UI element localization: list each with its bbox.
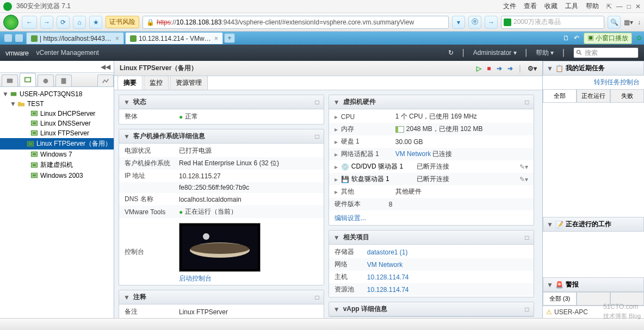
menu-tool[interactable]: 工具 [565, 2, 578, 11]
alarm-item[interactable]: USER-APC [554, 308, 588, 316]
sidebar-tab-4[interactable] [55, 74, 72, 86]
floppy-icon: 💾 [341, 176, 349, 183]
goto-task-console-link[interactable]: 转到任务控制台 [543, 76, 644, 89]
sidebar-tab-2[interactable] [20, 73, 36, 86]
alarm-tab-all[interactable]: 全部 (3) [543, 292, 577, 305]
tab-summary[interactable]: 摘要 [117, 76, 143, 90]
home-button[interactable]: ⌂ [73, 16, 86, 29]
stop-icon[interactable]: ■ [487, 65, 491, 72]
svg-rect-8 [33, 112, 36, 114]
svg-rect-20 [33, 174, 36, 176]
tab-resource[interactable]: 资源管理 [170, 76, 208, 90]
menu-help[interactable]: 帮助 [586, 2, 599, 11]
window-max-icon[interactable]: □ [627, 3, 631, 10]
menu-file[interactable]: 文件 [503, 2, 516, 11]
ext-icon[interactable]: ↓ [637, 18, 641, 26]
panel-hw-title: 虚拟机硬件 [343, 97, 376, 107]
panel-box-icon[interactable]: □ [525, 306, 529, 313]
tab-close-icon[interactable]: × [115, 35, 119, 42]
tab-restore-icon[interactable]: 🗋 [563, 34, 569, 42]
pin-icon[interactable]: ◀◀ [101, 63, 110, 71]
window-close-icon[interactable]: ✕ [635, 3, 641, 10]
launch-console-link[interactable]: 启动控制台 [179, 274, 261, 283]
hw-row: 硬件版本8 [329, 198, 534, 210]
tree-node[interactable]: Windows 2003 [0, 171, 114, 180]
hw-row: ▸💾软盘驱动器 1已断开连接✎▾ [329, 173, 534, 185]
menu-view[interactable]: 查看 [524, 2, 537, 11]
tab-close-icon[interactable]: × [214, 35, 218, 42]
header-search-input[interactable]: 搜索 [573, 47, 639, 58]
svg-rect-12 [33, 132, 36, 134]
tree-node[interactable]: ▼TEST [0, 99, 114, 109]
window-pin-icon[interactable]: ⇱ [606, 3, 612, 10]
compat-button[interactable]: ⓔ [468, 16, 481, 29]
user-menu[interactable]: Administrator ▾ [473, 49, 517, 57]
new-tab-button[interactable]: + [224, 33, 235, 43]
back-button[interactable]: ← [22, 16, 37, 29]
addr-dropdown-button[interactable]: ▾ [452, 16, 465, 29]
panel-box-icon[interactable]: □ [315, 294, 319, 301]
panel-status-title: 状态 [133, 97, 146, 107]
tree-node[interactable]: Linux DNSServer [0, 119, 114, 128]
svg-point-4 [44, 78, 48, 83]
tree-node[interactable]: Windows 7 [0, 150, 114, 159]
browser-360-icon[interactable] [3, 15, 18, 30]
sidebar-tab-5[interactable] [97, 74, 114, 86]
action1-icon[interactable]: ➜ [497, 65, 502, 72]
grid-icon[interactable]: ▦▾ [624, 18, 633, 26]
help-menu[interactable]: 帮助 ▾ [536, 48, 554, 58]
tree-node[interactable]: Linux DHCPServer [0, 109, 114, 119]
action2-icon[interactable]: ➜ [507, 65, 513, 72]
search-engine-icon [504, 18, 511, 26]
hw-row: ▸硬盘 130.00 GB [329, 135, 534, 148]
tab-menu-icon[interactable] [4, 34, 12, 42]
mini-window-badge[interactable]: ▣ 小窗口播放 [584, 33, 632, 44]
cert-warning[interactable]: 证书风险 [106, 16, 139, 28]
panel-box-icon[interactable]: □ [315, 133, 319, 140]
search-input[interactable]: 2000万液态毒品 [501, 16, 604, 29]
panel-box-icon[interactable]: □ [315, 98, 319, 106]
forward-button[interactable]: → [40, 16, 53, 29]
vmware-logo: vmware [5, 49, 29, 57]
browser-tab-1[interactable]: | https://localhost:9443/admi × [26, 32, 124, 44]
reload-button[interactable]: ⟳ [57, 16, 70, 29]
console-thumbnail[interactable] [179, 223, 261, 272]
menu-fav[interactable]: 收藏 [544, 2, 558, 11]
tab-monitor[interactable]: 监控 [144, 76, 169, 90]
tree-node[interactable]: ▼USER-APCT3QNS18 [0, 89, 114, 99]
tasks-icon: 📋 [555, 65, 564, 72]
search-button[interactable]: 🔍 [608, 16, 621, 29]
play-icon[interactable]: ▷ [476, 65, 481, 72]
browser-tab-2[interactable]: 10.128.114.214 - VMware v × [125, 32, 223, 44]
browser-title: 360安全浏览器 7.1 [16, 2, 503, 11]
svg-rect-16 [33, 153, 36, 155]
hw-row: ▸CPU1 个 CPU，已使用 169 MHz [329, 110, 534, 123]
panel-guest-title: 客户机操作系统详细信息 [133, 132, 205, 141]
tab-undo-icon[interactable]: ↶ [574, 34, 579, 42]
edit-icon[interactable]: ✎▾ [519, 176, 528, 183]
panel-box-icon[interactable]: □ [525, 234, 529, 241]
svg-rect-2 [7, 78, 13, 83]
tab-settings-icon[interactable]: ✿ [636, 34, 642, 42]
go-button[interactable]: → [485, 16, 498, 29]
edit-icon[interactable]: ✎▾ [519, 163, 528, 171]
tree-node[interactable]: Linux FTPServer [0, 128, 114, 138]
address-bar[interactable]: 🔒 https://10.128.108.183:9443/vsphere-cl… [143, 16, 449, 29]
rtab-running[interactable]: 正在运行 [577, 89, 610, 102]
fav-button[interactable]: ★ [89, 16, 102, 29]
tree-node[interactable]: 新建虚拟机 [0, 159, 114, 171]
sidebar-tab-1[interactable] [2, 74, 18, 86]
sidebar-tab-3[interactable] [38, 74, 54, 86]
rtab-failed[interactable]: 失败 [610, 89, 644, 102]
guest-row: fe80::250:56ff:fe90:7b9c [119, 182, 324, 193]
tab-cloud-icon[interactable] [15, 34, 23, 42]
tree-node[interactable]: Linux FTPServer（备用） [0, 138, 114, 150]
panel-box-icon[interactable]: □ [525, 98, 529, 106]
window-min-icon[interactable]: — [616, 3, 623, 10]
gear-icon[interactable]: ⚙▾ [528, 65, 537, 72]
refresh-icon[interactable]: ↻ [448, 49, 454, 57]
guest-row: DNS 名称localhost.localdomain [119, 193, 324, 206]
edit-settings-link[interactable]: 编辑设置... [329, 211, 534, 225]
panel-rel-title: 相关项目 [343, 233, 369, 242]
rtab-all[interactable]: 全部 [543, 89, 577, 102]
